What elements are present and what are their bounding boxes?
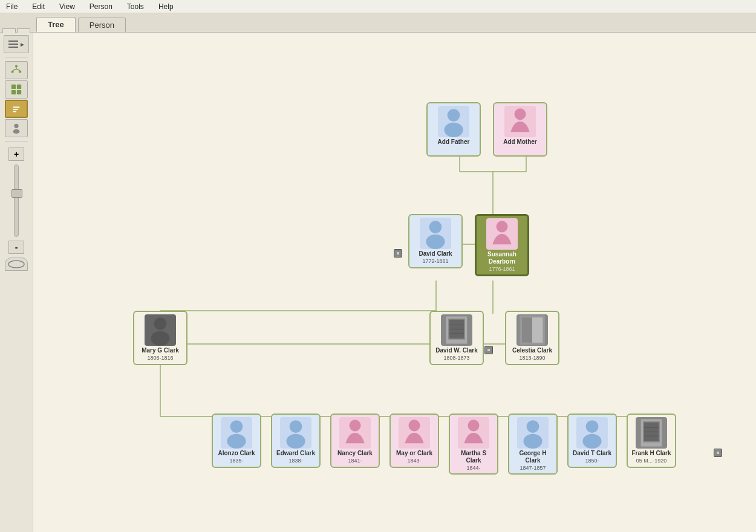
- svg-rect-0: [8, 41, 18, 42]
- menu-view[interactable]: View: [56, 1, 79, 12]
- person-card-add-mother[interactable]: Add Mother: [493, 102, 547, 157]
- person-dates-nancy-clark: 1841-: [348, 458, 362, 464]
- person-icon: [10, 122, 22, 134]
- menu-tools[interactable]: Tools: [123, 1, 148, 12]
- svg-point-19: [8, 261, 24, 268]
- svg-point-48: [151, 331, 169, 346]
- person-card-add-father[interactable]: Add Father: [426, 102, 481, 157]
- oval-icon: [7, 260, 25, 268]
- person-card-edward-clark[interactable]: Edward Clark1838-: [271, 414, 321, 468]
- avatar-george-h-clark: [517, 417, 549, 449]
- svg-point-42: [444, 123, 463, 137]
- sidebar-fan-btn[interactable]: [5, 100, 28, 118]
- svg-point-58: [230, 420, 243, 433]
- tab-tree[interactable]: Tree: [36, 17, 76, 32]
- person-name-george-h-clark: George H Clark: [512, 450, 554, 464]
- person-card-may-or-clark[interactable]: May or Clark1843-: [389, 414, 439, 468]
- people-icon: [10, 83, 22, 96]
- person-name-susannah-dearborn: Susannah Dearborn: [479, 251, 525, 265]
- avatar-may-or-clark: [399, 417, 430, 449]
- tree-icon: [10, 64, 22, 76]
- avatar-mary-g-clark: [145, 314, 176, 346]
- sidebar-divider-1: [5, 57, 28, 57]
- person-card-david-t-clark[interactable]: David T Clark1850-: [567, 414, 617, 468]
- person-name-mary-g-clark: Mary G Clark: [142, 347, 179, 354]
- avatar-martha-s-clark: [458, 417, 489, 449]
- person-card-david-w-clark[interactable]: David W. Clark1808-1873: [429, 311, 484, 365]
- svg-rect-11: [11, 90, 16, 94]
- svg-point-67: [586, 420, 599, 433]
- avatar-susannah-dearborn: [486, 218, 518, 250]
- sidebar-expand-btn[interactable]: ►: [4, 35, 29, 53]
- svg-point-43: [514, 108, 526, 120]
- avatar-edward-clark: [280, 417, 311, 449]
- zoom-slider-track[interactable]: [14, 164, 19, 237]
- person-card-george-h-clark[interactable]: George H Clark1847-1857: [508, 414, 558, 475]
- sidebar-tree-btn[interactable]: [5, 61, 28, 79]
- fan-icon: [10, 103, 22, 115]
- zoom-controls: + -: [8, 148, 24, 254]
- person-dates-david-t-clark: 1850-: [585, 458, 599, 464]
- avatar-alonzo-clark: [221, 417, 252, 449]
- sidebar-people-btn[interactable]: [5, 80, 28, 99]
- person-card-celestia-clark[interactable]: Celestia Clark1813-1890: [505, 311, 559, 365]
- person-card-mary-g-clark[interactable]: Mary G Clark1806-1816: [133, 311, 187, 365]
- person-card-martha-s-clark[interactable]: Martha S Clark1844-: [449, 414, 498, 475]
- tree-canvas[interactable]: Add Father Add Mother David Clark1772-18…: [33, 33, 756, 532]
- svg-rect-5: [19, 71, 22, 73]
- svg-point-47: [154, 317, 167, 330]
- avatar-david-clark: [420, 218, 451, 249]
- svg-point-68: [582, 434, 601, 449]
- zoom-in-btn[interactable]: +: [8, 148, 24, 161]
- menu-file[interactable]: File: [2, 1, 21, 12]
- svg-point-61: [286, 434, 305, 449]
- zoom-slider-thumb[interactable]: [11, 189, 22, 198]
- svg-rect-76: [397, 252, 399, 255]
- svg-point-62: [349, 420, 360, 431]
- person-dates-edward-clark: 1838-: [288, 458, 302, 464]
- svg-point-63: [408, 420, 420, 431]
- zoom-out-btn[interactable]: -: [8, 241, 24, 254]
- pin-frank-clark[interactable]: [714, 449, 722, 457]
- person-name-edward-clark: Edward Clark: [276, 450, 315, 457]
- pin-david-clark[interactable]: [394, 249, 402, 258]
- person-dates-celestia-clark: 1813-1890: [519, 355, 545, 361]
- sidebar-divider-2: [5, 141, 28, 141]
- svg-rect-10: [17, 85, 21, 89]
- person-dates-martha-s-clark: 1844-: [466, 465, 480, 471]
- person-dates-david-w-clark: 1808-1873: [443, 355, 469, 361]
- list-icon: [7, 38, 19, 50]
- svg-point-18: [13, 129, 20, 134]
- svg-point-41: [448, 109, 460, 122]
- svg-point-45: [426, 235, 445, 249]
- person-card-frank-h-clark[interactable]: Frank H Clark05 M...-1920: [627, 414, 676, 468]
- sidebar-person-btn[interactable]: [5, 119, 28, 137]
- menu-person[interactable]: Person: [86, 1, 116, 12]
- menu-edit[interactable]: Edit: [28, 1, 48, 12]
- person-card-david-clark[interactable]: David Clark1772-1861: [408, 214, 463, 268]
- main-area: ►: [0, 33, 756, 532]
- person-card-alonzo-clark[interactable]: Alonzo Clark1835-: [212, 414, 261, 468]
- person-name-martha-s-clark: Martha S Clark: [452, 450, 495, 464]
- person-dates-george-h-clark: 1847-1857: [520, 465, 546, 471]
- svg-point-59: [227, 434, 246, 449]
- person-card-susannah-dearborn[interactable]: Susannah Dearborn1776-1861: [475, 214, 529, 276]
- person-card-nancy-clark[interactable]: Nancy Clark1841-: [330, 414, 380, 468]
- svg-rect-15: [13, 109, 18, 110]
- svg-rect-16: [13, 111, 16, 112]
- svg-point-64: [468, 420, 479, 431]
- svg-point-44: [429, 221, 442, 233]
- avatar-add-father: [438, 106, 469, 137]
- shape-selector[interactable]: [5, 258, 28, 271]
- svg-point-17: [14, 124, 18, 128]
- avatar-david-w-clark: [441, 314, 472, 346]
- person-dates-alonzo-clark: 1835-: [229, 458, 243, 464]
- person-name-add-mother: Add Mother: [503, 138, 537, 146]
- person-name-david-clark: David Clark: [419, 250, 452, 258]
- person-name-may-or-clark: May or Clark: [396, 450, 432, 457]
- svg-line-8: [16, 69, 20, 71]
- person-dates-mary-g-clark: 1806-1816: [147, 355, 173, 361]
- pin-david-w-clark[interactable]: [484, 346, 493, 354]
- tab-person[interactable]: Person: [78, 18, 126, 32]
- menu-help[interactable]: Help: [155, 1, 177, 12]
